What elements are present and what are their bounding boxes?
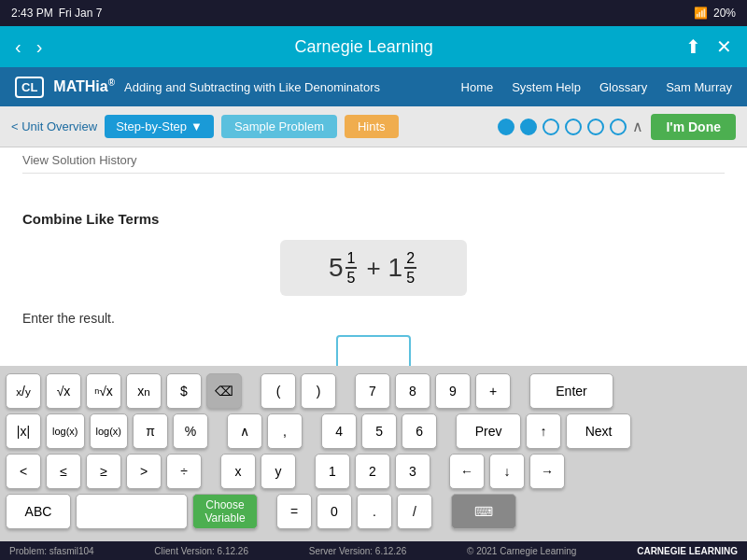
brand-name: CARNEGIE LEARNING	[637, 546, 738, 556]
toolbar: < Unit Overview Step-by-Step ▼ Sample Pr…	[0, 106, 747, 147]
key-4[interactable]: 4	[321, 413, 357, 449]
enter-result-label: Enter the result.	[22, 311, 725, 326]
keyboard-toggle-key[interactable]: ⌨	[451, 494, 516, 529]
progress-dot-2	[520, 119, 537, 135]
equals-key[interactable]: =	[276, 494, 312, 529]
greater-equal-key[interactable]: ≥	[86, 454, 121, 489]
math-expression: 5 1 5 + 1 2 5	[280, 240, 467, 296]
progress-dot-1	[498, 119, 514, 135]
enter-key[interactable]: Enter	[529, 373, 613, 409]
plus-key[interactable]: +	[475, 373, 511, 409]
prev-key[interactable]: Prev	[456, 413, 521, 449]
client-version: Client Version: 6.12.26	[154, 546, 248, 556]
less-than-key[interactable]: <	[6, 454, 41, 489]
slash-key[interactable]: /	[397, 494, 432, 529]
battery-display: 20%	[713, 7, 736, 20]
fraction-key[interactable]: x/y	[6, 373, 41, 409]
chevron-up-icon[interactable]: ∧	[632, 118, 643, 135]
close-paren-key[interactable]: )	[301, 373, 336, 409]
up-arrow-key[interactable]: ↑	[526, 413, 561, 449]
back-button[interactable]: ‹	[15, 36, 21, 58]
progress-indicator: ∧	[498, 118, 643, 135]
exponent-key[interactable]: xn	[126, 373, 162, 409]
time-display: 2:43 PM	[11, 7, 53, 20]
divide-key[interactable]: ÷	[166, 454, 202, 489]
decimal-key[interactable]: .	[357, 494, 392, 529]
step-by-step-button[interactable]: Step-by-Step ▼	[105, 115, 214, 138]
sqrt-key[interactable]: √x	[46, 373, 81, 409]
percent-key[interactable]: %	[173, 413, 208, 449]
log-key[interactable]: log(x)	[46, 413, 85, 449]
sample-problem-button[interactable]: Sample Problem	[221, 115, 337, 138]
open-paren-key[interactable]: (	[261, 373, 296, 409]
x-var-key[interactable]: x	[220, 454, 256, 489]
key-1[interactable]: 1	[315, 454, 350, 489]
cl-logo: CL	[15, 77, 44, 98]
abc-key[interactable]: ABC	[6, 494, 71, 529]
glossary-link[interactable]: Glossary	[599, 80, 647, 94]
down-arrow-key[interactable]: ↓	[489, 454, 525, 489]
comma-key[interactable]: ,	[267, 413, 303, 449]
log2-key[interactable]: log(x)	[90, 413, 129, 449]
section-heading: Combine Like Terms	[22, 211, 725, 227]
backspace-key[interactable]: ⌫	[206, 373, 242, 409]
app-name: MATHia®	[53, 77, 115, 95]
pi-key[interactable]: π	[133, 413, 168, 449]
main-content-area: View Solution History	[0, 147, 747, 203]
keyboard-row-2: |x| log(x) log(x) π % ∧ , 4 5 6 Prev ↑ N…	[6, 413, 741, 449]
copyright-info: © 2021 Carnegie Learning	[467, 546, 576, 556]
keyboard-row-3: < ≤ ≥ > ÷ x y 1 2 3 ← ↓ →	[6, 454, 741, 489]
wifi-icon: 📶	[694, 7, 708, 20]
forward-button[interactable]: ›	[36, 36, 43, 58]
keyboard-row-4: ABC ChooseVariable = 0 . / ⌨	[6, 494, 741, 529]
close-button[interactable]: ✕	[716, 35, 732, 58]
progress-dot-4	[565, 119, 582, 135]
key-2[interactable]: 2	[355, 454, 390, 489]
key-8[interactable]: 8	[395, 373, 430, 409]
status-footer: Problem: sfasmil104 Client Version: 6.12…	[0, 541, 747, 560]
key-7[interactable]: 7	[355, 373, 390, 409]
progress-dot-5	[587, 119, 604, 135]
app-title: Carnegie Learning	[295, 37, 433, 57]
title-bar: ‹ › Carnegie Learning ⬆ ✕	[0, 26, 747, 67]
key-0[interactable]: 0	[317, 494, 352, 529]
greater-than-key[interactable]: >	[126, 454, 162, 489]
abs-key[interactable]: |x|	[6, 413, 41, 449]
spacebar-key[interactable]	[76, 494, 188, 529]
choose-variable-key[interactable]: ChooseVariable	[192, 494, 258, 529]
fraction-1: 1 5	[345, 249, 358, 287]
y-var-key[interactable]: y	[261, 454, 296, 489]
user-menu[interactable]: Sam Murray	[666, 80, 732, 94]
right-arrow-key[interactable]: →	[529, 454, 565, 489]
home-link[interactable]: Home	[461, 80, 494, 94]
progress-dot-3	[543, 119, 559, 135]
system-help-link[interactable]: System Help	[512, 80, 581, 94]
caret-key[interactable]: ∧	[227, 413, 262, 449]
key-3[interactable]: 3	[395, 454, 430, 489]
less-equal-key[interactable]: ≤	[46, 454, 81, 489]
dollar-key[interactable]: $	[166, 373, 202, 409]
im-done-button[interactable]: I'm Done	[651, 114, 736, 140]
left-arrow-key[interactable]: ←	[449, 454, 485, 489]
unit-overview-button[interactable]: < Unit Overview	[11, 119, 97, 133]
fraction-2: 2 5	[404, 249, 416, 287]
next-key[interactable]: Next	[566, 413, 631, 449]
problem-info: Problem: sfasmil104	[9, 546, 94, 556]
share-button[interactable]: ⬆	[685, 35, 701, 58]
keyboard-row-1: x/y √x n√x xn $ ⌫ ( ) 7 8 9 + Enter	[6, 373, 741, 409]
key-5[interactable]: 5	[361, 413, 397, 449]
hints-button[interactable]: Hints	[345, 115, 399, 138]
date-display: Fri Jan 7	[59, 7, 103, 20]
server-version: Server Version: 6.12.26	[309, 546, 407, 556]
status-bar: 2:43 PM Fri Jan 7 📶 20%	[0, 0, 747, 26]
progress-dot-6	[610, 119, 627, 135]
keyboard-area: x/y √x n√x xn $ ⌫ ( ) 7 8 9 + Enter |x| …	[0, 366, 747, 541]
nthroot-key[interactable]: n√x	[86, 373, 121, 409]
lesson-subtitle: Adding and Subtracting with Like Denomin…	[124, 80, 380, 94]
key-9[interactable]: 9	[435, 373, 471, 409]
solution-history-link[interactable]: View Solution History	[22, 146, 137, 175]
key-6[interactable]: 6	[402, 413, 437, 449]
app-header: CL MATHia® Adding and Subtracting with L…	[0, 67, 747, 106]
